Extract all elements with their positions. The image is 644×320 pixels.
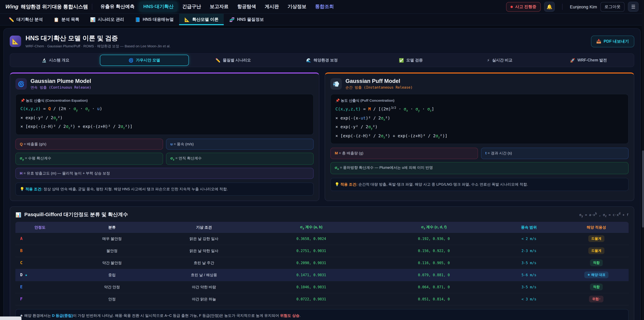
- parameter-box: M = 총 배출량 (g): [330, 148, 478, 159]
- top-navbar: Wing 해양환경 위기대응 통합시스템 유출유 확산예측 HNS·대기확산 긴…: [0, 0, 644, 14]
- menu-item[interactable]: 유출유 확산예측: [96, 2, 139, 12]
- wind-range-cell: < 3 m/s: [494, 297, 564, 301]
- plume-equation-lines: C(x,y,z) = Q / (2π · σy · σz · u)× exp(-…: [20, 106, 308, 130]
- brand-name: 해양환경 위기대응 통합시스템: [21, 4, 88, 10]
- weather-cell: 야간 맑은 하늘: [160, 296, 248, 301]
- logout-button[interactable]: 로그아웃: [600, 2, 624, 12]
- menu-item[interactable]: 긴급구난: [178, 2, 205, 12]
- tab[interactable]: 🔬 시스템 개요: [11, 55, 100, 66]
- subnav-item[interactable]: 📘 HNS 대응매뉴얼: [130, 14, 179, 25]
- brand[interactable]: Wing 해양환경 위기대응 통합시스템: [5, 4, 88, 10]
- page-subtitle: WRF-Chem · Gaussian Plume/Puff · ROMS · …: [26, 44, 170, 49]
- subnav-item-icon: 📊: [90, 17, 96, 22]
- equation-line: × exp(-y² / 2σy²): [20, 115, 308, 121]
- subnav-item[interactable]: 🧬 HNS 물질정보: [224, 14, 269, 25]
- incident-status-badge[interactable]: 사고 진행중: [506, 2, 541, 12]
- plume-note-text: 정상 상태 연속 배출, 균일 풍속, 평탄 지형. 해양 HNS 사고에서 탱…: [44, 187, 228, 191]
- class-cell: 매우 불안정: [64, 236, 160, 241]
- stability-grade-cell: E: [16, 284, 64, 289]
- parameter-box: H = 유효 방출고도 (m) — 물리적 높이 + 부력 상승 보정: [16, 168, 314, 179]
- sub-navbar: ✏️ 대기확산 분석 📋 분석 목록 📊 시나리오 관리 📘 HNS 대응매뉴얼…: [0, 14, 644, 26]
- class-cell: 약간 안정: [64, 284, 160, 289]
- applicability-cell: ★ 해양 대표: [564, 271, 628, 278]
- scrollbar-thumb[interactable]: [642, 150, 644, 227]
- puff-card-header: 💨 Gaussian Puff Model 순간 방출 (Instantaneo…: [330, 78, 628, 90]
- sigma-z-cell: 0.156, 0.922, 0: [374, 249, 494, 253]
- bulb-icon: 💡: [335, 182, 339, 186]
- subnav-item-label: 시나리오 관리: [98, 17, 124, 22]
- table-row[interactable]: C 약간 불안정 흐린 날 주간 0.2090, 0.9031 0.116, 0…: [16, 257, 628, 269]
- pdf-export-button[interactable]: 📥 PDF 내보내기: [591, 36, 634, 47]
- tab-icon: 🌊: [306, 58, 311, 63]
- parameter-box: t = 경과 시간 (s): [481, 148, 628, 159]
- sigma-y-cell: 0.1471, 0.9031: [248, 273, 374, 277]
- triangle-ruler-icon: 📐: [12, 38, 19, 45]
- pin-icon: 📌: [20, 98, 25, 102]
- menu-item[interactable]: 게시판: [261, 2, 283, 12]
- puff-icon: 💨: [330, 78, 342, 90]
- plume-card-title: Gaussian Plume Model: [30, 78, 91, 84]
- app-viewport: Wing 해양환경 위기대응 통합시스템 유출유 확산예측 HNS·대기확산 긴…: [0, 0, 644, 320]
- subnav-item-label: HNS 물질정보: [237, 17, 264, 22]
- table-row[interactable]: B 불안정 맑은 날 약한 일사 0.2751, 0.9031 0.156, 0…: [16, 245, 628, 257]
- puff-parameters: M = 총 배출량 (g)t = 경과 시간 (s)σx = 풍하방향 확산계수…: [330, 148, 628, 174]
- wind-range-cell: 2-3 m/s: [494, 249, 564, 253]
- puff-note-text: 순간적 대량 방출, 폭발·탱크 파열. 해양 사고 중 LPG/LNG 탱크 …: [358, 182, 528, 186]
- bell-icon: 🔔: [546, 4, 552, 10]
- table-row[interactable]: D ★ 중립 흐린 날 / 해상풍 0.1471, 0.9031 0.079, …: [16, 269, 628, 281]
- parameter-box: σz = 연직 확산계수: [166, 153, 314, 165]
- gaussian-plume-card: 🌀 Gaussian Plume Model 연속 방출 (Continuous…: [10, 73, 319, 201]
- puff-card-title: Gaussian Puff Model: [346, 78, 412, 84]
- menu-item[interactable]: 항공탐색: [233, 2, 260, 12]
- tab[interactable]: 🌀 가우시안 모델: [100, 55, 189, 66]
- table-row[interactable]: E 약간 안정 야간 약한 바람 0.1046, 0.9031 0.064, 0…: [16, 281, 628, 293]
- pg-note: ★ 해양 환경에서는 D 등급(중립)이 가장 빈번하게 나타남. 해풍·육풍 …: [16, 309, 628, 320]
- tab[interactable]: ✏️ 물질별 시나리오: [189, 55, 278, 66]
- tab[interactable]: 🚀 WRF-Chem 발전: [544, 55, 633, 66]
- pg-section-title: Pasquill-Gifford 대기안정도 분류 및 확산계수: [24, 212, 128, 218]
- sigma-y-cell: 0.2090, 0.9031: [248, 261, 374, 265]
- pasquill-gifford-section: 📊 Pasquill-Gifford 대기안정도 분류 및 확산계수 σy = …: [10, 207, 634, 320]
- equation-line: × [exp(-(z-H)² / 2σz²) + exp(-(z+H)² / 2…: [336, 133, 624, 139]
- page-title: HNS 대기확산 모델 이론 및 검증: [26, 34, 170, 43]
- stability-grade-cell: B: [16, 248, 64, 253]
- menu-item[interactable]: 통합조회: [311, 2, 338, 12]
- table-row[interactable]: F 안정 야간 맑은 하늘 0.0722, 0.9031 0.051, 0.81…: [16, 293, 628, 305]
- stability-table: 안정도분류기상 조건σy 계수 (a, b)σz 계수 (c, d, f)풍속 …: [16, 222, 628, 305]
- puff-equation-box: 📌 농도 산출식 (Puff Concentration) C(x,y,z,t)…: [330, 94, 628, 144]
- gaussian-puff-card: 💨 Gaussian Puff Model 순간 방출 (Instantaneo…: [325, 73, 634, 201]
- menu-item[interactable]: 기상정보: [284, 2, 310, 12]
- subnav-item-icon: 🧬: [229, 17, 234, 22]
- tab-label: 모델 검증: [406, 58, 423, 63]
- tab[interactable]: ✅ 모델 검증: [366, 55, 455, 66]
- subnav-item-label: HNS 대응매뉴얼: [143, 17, 174, 22]
- table-body: A 매우 불안정 맑은 날 강한 일사 0.3658, 0.9024 0.192…: [16, 233, 628, 305]
- menu-item[interactable]: HNS·대기확산: [139, 2, 178, 12]
- browser-status-bubble: [0, 316, 22, 320]
- weather-cell: 흐린 날 주간: [160, 260, 248, 265]
- table-header-cell: 안정도: [16, 225, 64, 230]
- sigma-z-cell: 0.116, 0.905, 0: [374, 261, 494, 265]
- subnav-item[interactable]: 📊 시나리오 관리: [85, 14, 130, 25]
- tab[interactable]: 🌊 해양환경 보정: [278, 55, 366, 66]
- subnav-item[interactable]: 📐 확산모델 이론: [179, 14, 224, 25]
- notification-bell-button[interactable]: 🔔: [544, 2, 555, 12]
- hamburger-icon: ☰: [631, 4, 635, 10]
- subnav-item[interactable]: ✏️ 대기확산 분석: [3, 14, 48, 25]
- subnav-item[interactable]: 📋 분석 목록: [48, 14, 84, 25]
- hamburger-menu-button[interactable]: ☰: [628, 2, 639, 12]
- sigma-formula: σy = a·xb , σz = c·xd + f: [579, 212, 628, 218]
- parameter-box: σy = 수평 확산계수: [16, 153, 163, 165]
- table-header-cell: 기상 조건: [160, 225, 248, 230]
- stability-grade-cell: C: [16, 260, 64, 265]
- wind-range-cell: 5-6 m/s: [494, 273, 564, 277]
- tab[interactable]: ⚡ 실시간 비교: [455, 55, 544, 66]
- tab-label: 실시간 비교: [492, 58, 512, 63]
- cyclone-icon: 🌀: [16, 78, 27, 90]
- tab-icon: 🔬: [42, 58, 46, 63]
- weather-cell: 맑은 날 약한 일사: [160, 248, 248, 253]
- menu-item[interactable]: 보고자료: [206, 2, 232, 12]
- table-header-cell: 해양 적용성: [564, 225, 628, 230]
- table-row[interactable]: A 매우 불안정 맑은 날 강한 일사 0.3658, 0.9024 0.192…: [16, 233, 628, 245]
- user-name: Eunjeong Kim: [570, 4, 597, 9]
